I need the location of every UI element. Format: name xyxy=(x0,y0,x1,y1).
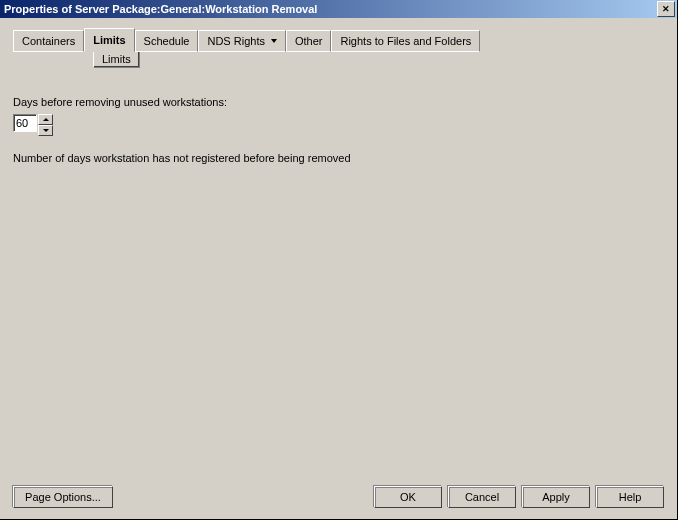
button-label: OK xyxy=(400,491,416,503)
cancel-button[interactable]: Cancel xyxy=(448,486,516,508)
tab-row: Containers Limits Schedule NDS Rights Ot… xyxy=(13,30,674,52)
spin-up-button[interactable] xyxy=(38,114,53,125)
subtab-limits[interactable]: Limits xyxy=(93,51,140,68)
client-area: Containers Limits Schedule NDS Rights Ot… xyxy=(3,18,674,516)
chevron-up-icon xyxy=(43,118,49,121)
button-label: Apply xyxy=(542,491,570,503)
titlebar: Properties of Server Package:General:Wor… xyxy=(0,0,677,18)
button-label: Help xyxy=(619,491,642,503)
subtab-row: Limits xyxy=(93,51,674,68)
apply-button[interactable]: Apply xyxy=(522,486,590,508)
right-buttons: OK Cancel Apply Help xyxy=(374,486,664,508)
button-label: Cancel xyxy=(465,491,499,503)
left-buttons: Page Options... xyxy=(13,486,113,508)
tab-label: Containers xyxy=(22,35,75,47)
page-options-button[interactable]: Page Options... xyxy=(13,486,113,508)
subtab-label: Limits xyxy=(102,53,131,65)
properties-window: Properties of Server Package:General:Wor… xyxy=(0,0,678,520)
main-panel: Days before removing unused workstations… xyxy=(13,78,664,478)
days-description: Number of days workstation has not regis… xyxy=(13,152,664,164)
chevron-down-icon xyxy=(43,129,49,132)
tab-label: Rights to Files and Folders xyxy=(340,35,471,47)
close-button[interactable]: ✕ xyxy=(657,1,675,17)
tab-limits[interactable]: Limits xyxy=(84,28,134,52)
tab-label: Other xyxy=(295,35,323,47)
button-label: Page Options... xyxy=(25,491,101,503)
tab-label: Limits xyxy=(93,34,125,46)
spin-buttons xyxy=(38,114,53,136)
window-title: Properties of Server Package:General:Wor… xyxy=(2,3,317,15)
days-spinner xyxy=(13,114,53,136)
bottom-bar: Page Options... OK Cancel Apply Help xyxy=(13,486,664,508)
tab-nds-rights[interactable]: NDS Rights xyxy=(198,30,285,52)
tab-schedule[interactable]: Schedule xyxy=(135,30,199,52)
close-icon: ✕ xyxy=(662,4,670,14)
days-label: Days before removing unused workstations… xyxy=(13,96,664,108)
tab-other[interactable]: Other xyxy=(286,30,332,52)
tab-label: Schedule xyxy=(144,35,190,47)
help-button[interactable]: Help xyxy=(596,486,664,508)
spin-down-button[interactable] xyxy=(38,125,53,136)
tab-label: NDS Rights xyxy=(207,35,264,47)
tab-rights-files-folders[interactable]: Rights to Files and Folders xyxy=(331,30,480,52)
ok-button[interactable]: OK xyxy=(374,486,442,508)
days-input[interactable] xyxy=(13,114,37,132)
chevron-down-icon xyxy=(271,39,277,43)
tab-containers[interactable]: Containers xyxy=(13,30,84,52)
